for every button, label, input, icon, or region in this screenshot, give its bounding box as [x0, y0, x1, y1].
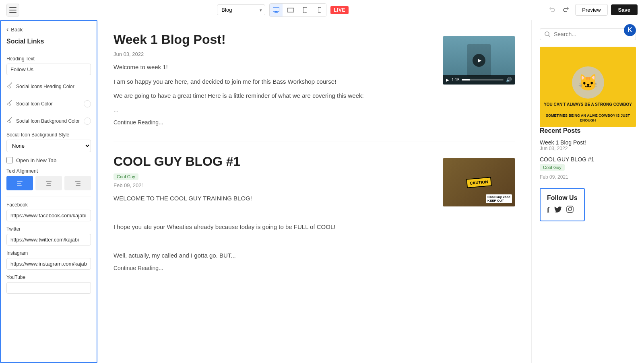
device-tablet-landscape-button[interactable]: [284, 4, 297, 16]
bg-style-select[interactable]: None Circle Square Rounded: [6, 140, 91, 152]
svg-point-11: [320, 12, 320, 12]
svg-rect-3: [273, 7, 279, 11]
svg-rect-6: [287, 8, 294, 12]
device-desktop-button[interactable]: [270, 4, 283, 16]
youtube-label: YouTube: [6, 274, 91, 280]
post-2-para-5: Well, actually, my called and I gotta go…: [114, 250, 427, 261]
align-left-button[interactable]: [6, 176, 33, 190]
open-new-tab-checkbox[interactable]: [6, 157, 13, 163]
social-icon-bg-color-row: Social Icon Background Color: [6, 115, 91, 127]
youtube-input[interactable]: [6, 282, 91, 294]
svg-point-27: [572, 207, 572, 208]
recent-posts-title: Recent Posts: [540, 127, 636, 134]
align-buttons: [6, 176, 91, 190]
video-thumbnail: ▶ 1:15 🔊: [443, 36, 515, 85]
instagram-input[interactable]: [6, 258, 91, 270]
main-layout: ‹ Back Social Links Heading Text Social …: [0, 20, 644, 363]
save-button[interactable]: Save: [611, 4, 638, 15]
video-volume-icon[interactable]: 🔊: [506, 77, 512, 82]
twitter-field-group: Twitter: [6, 226, 91, 245]
social-icon-color-row: Social Icon Color: [6, 97, 91, 110]
kajabi-logo[interactable]: K: [624, 24, 636, 36]
svg-rect-23: [76, 185, 80, 186]
post-1-video: ▶ 1:15 🔊: [435, 32, 515, 126]
panel-title: Social Links: [1, 36, 97, 51]
align-right-button[interactable]: [64, 176, 91, 190]
topbar-center: Blog LIVE: [217, 3, 349, 17]
follow-us-widget: Follow Us f: [540, 188, 585, 221]
facebook-input[interactable]: [6, 210, 91, 221]
page-selector[interactable]: Blog: [217, 4, 265, 15]
cowboy-text-top: YOU CAN'T ALWAYS BE A STRONG COWBOY: [544, 102, 632, 107]
post-2-image-wrap: CAUTION Cool Guy ZoneKEEP OUT: [443, 154, 515, 271]
post-1-para-3: We are going to have a great time! Here …: [114, 91, 419, 101]
cowboy-text-bottom: SOMETIMES BEING AN ALIVE COWBOY IS JUST …: [540, 113, 636, 123]
twitter-input[interactable]: [6, 234, 91, 245]
cowboy-image: 🐱 YOU CAN'T ALWAYS BE A STRONG COWBOY SO…: [540, 47, 636, 127]
instagram-label: Instagram: [6, 250, 91, 256]
undo-button[interactable]: [546, 4, 558, 16]
twitter-icon[interactable]: [554, 206, 561, 214]
back-button[interactable]: ‹ Back: [1, 21, 97, 36]
topbar-left: [6, 4, 19, 16]
post-1-content: Week 1 Blog Post! Jun 03, 2022 Welcome t…: [114, 32, 419, 126]
instagram-field-group: Instagram: [6, 250, 91, 270]
post-2-para-3: I hope you ate your Wheaties already bec…: [114, 222, 427, 232]
post-2-thumbnail: CAUTION Cool Guy ZoneKEEP OUT: [443, 158, 515, 206]
post-1-date: Jun 03, 2022: [114, 51, 419, 57]
post-separator-1: [114, 142, 515, 142]
blog-post-1: Week 1 Blog Post! Jun 03, 2022 Welcome t…: [114, 32, 515, 126]
undo-redo-controls: [546, 4, 572, 16]
preview-button[interactable]: Preview: [575, 4, 607, 16]
paint-icon-icon-color: [6, 100, 13, 107]
device-mobile-button[interactable]: [313, 4, 326, 16]
post-2-date: Feb 09, 2021: [114, 182, 427, 188]
blog-main: Week 1 Blog Post! Jun 03, 2022 Welcome t…: [97, 20, 531, 363]
svg-rect-0: [9, 7, 17, 8]
device-tablet-portrait-button[interactable]: [299, 4, 312, 16]
svg-rect-2: [9, 12, 17, 13]
post-2-content: COOL GUY BLOG #1 Cool Guy Feb 09, 2021 W…: [114, 154, 427, 271]
search-input[interactable]: [554, 31, 632, 37]
heading-text-input[interactable]: [6, 64, 91, 75]
paint-icon-bg-color: [6, 117, 13, 125]
kajabi-icon: K: [627, 27, 632, 34]
post-1-title: Week 1 Blog Post!: [114, 32, 419, 47]
open-new-tab-label: Open In New Tab: [16, 157, 56, 163]
align-center-button[interactable]: [35, 176, 62, 190]
search-box: [540, 28, 636, 40]
post-1-para-1: Welcome to week 1!: [114, 62, 419, 72]
social-icon-color-swatch[interactable]: [84, 100, 91, 107]
heading-text-field-group: Heading Text: [6, 56, 91, 75]
recent-posts-section: Recent Posts Week 1 Blog Post! Jun 03, 2…: [540, 127, 636, 180]
video-play-button[interactable]: [473, 54, 485, 67]
video-timestamp: 1:15: [452, 78, 459, 82]
post-2-content-text: WELCOME TO THE COOL GUY TRAINING BLOG! I…: [114, 193, 427, 261]
svg-point-13: [11, 100, 12, 101]
post-1-para-4: ...: [114, 105, 419, 116]
recent-post-1-title[interactable]: Week 1 Blog Post!: [540, 139, 636, 146]
social-icon-bg-color-swatch[interactable]: [84, 118, 91, 125]
svg-point-14: [11, 117, 12, 118]
bg-style-label: Social Icon Background Style: [6, 132, 91, 138]
post-2-para-1: WELCOME TO THE COOL GUY TRAINING BLOG!: [114, 193, 427, 204]
youtube-field-group: YouTube: [6, 274, 91, 294]
social-icons-heading-color-row: Social Icons Heading Color: [6, 80, 91, 93]
svg-point-26: [568, 208, 572, 211]
recent-post-2-date: Feb 09, 2021: [540, 174, 636, 180]
instagram-icon[interactable]: [566, 206, 574, 215]
facebook-icon[interactable]: f: [547, 206, 549, 214]
text-alignment-group: Text Alignment: [6, 168, 91, 190]
recent-post-2-title[interactable]: COOL GUY BLOG #1: [540, 156, 636, 163]
sidebar-toggle-button[interactable]: [6, 4, 19, 16]
bg-style-group: Social Icon Background Style None Circle…: [6, 132, 91, 152]
open-new-tab-row: Open In New Tab: [6, 157, 91, 163]
video-play-icon[interactable]: ▶: [446, 78, 449, 82]
facebook-label: Facebook: [6, 202, 91, 208]
redo-button[interactable]: [560, 4, 572, 16]
post-1-continue-link[interactable]: Continue Reading...: [114, 119, 163, 126]
back-arrow-icon: ‹: [6, 26, 8, 33]
post-2-continue-link[interactable]: Continue Reading...: [114, 265, 163, 271]
svg-point-12: [11, 82, 12, 83]
video-progress-bar: [462, 79, 504, 80]
